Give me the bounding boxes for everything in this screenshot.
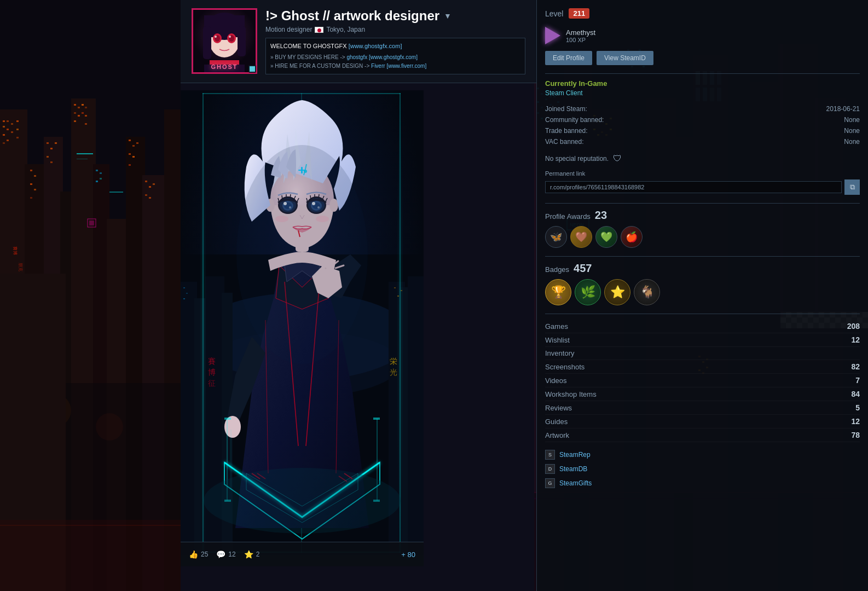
community-ban-value: None [745,114,860,125]
shield-icon: 🛡 [613,154,622,164]
svg-rect-37 [89,221,94,225]
svg-rect-46 [74,112,76,114]
svg-rect-15 [11,123,13,125]
avatar-image [193,10,256,72]
artwork-plus-count[interactable]: + 80 [401,551,415,559]
profile-header: GHOST !> Ghost // artwork designer ▼ Mot… [181,0,536,83]
footer-comments: 💬 12 [216,550,235,559]
svg-rect-174 [183,287,185,288]
games-label: Games [545,322,844,331]
stat-games[interactable]: Games 208 [545,320,860,333]
stat-workshop-items[interactable]: Workshop Items 84 [545,387,860,401]
footer-likes: 👍 25 [189,550,208,559]
copy-permalink-button[interactable]: ⧉ [844,179,860,195]
badge-item-3[interactable]: ⭐ [604,279,630,305]
profile-name-dropdown[interactable]: ▼ [444,11,452,20]
svg-rect-67 [149,197,151,199]
svg-rect-58 [132,145,135,147]
svg-text:賽博: 賽博 [13,246,18,255]
svg-rect-153 [203,26,211,59]
vac-ban-label: VAC banned: [545,136,745,147]
stat-artwork[interactable]: Artwork 78 [545,428,860,442]
wishlist-label: Wishlist [545,336,848,344]
svg-rect-52 [85,123,87,125]
award-item-2[interactable]: 🤎 [570,226,592,248]
award-item-1[interactable]: 🦋 [545,226,567,248]
games-count: 208 [847,322,860,331]
svg-rect-11 [3,120,5,122]
stat-reviews[interactable]: Reviews 5 [545,401,860,415]
stat-wishlist[interactable]: Wishlist 12 [545,333,860,347]
svg-rect-61 [132,156,135,158]
xp-section: Amethyst 100 XP [545,27,860,44]
svg-rect-29 [50,148,53,149]
steamgifts-link[interactable]: G SteamGifts [545,476,860,490]
badge-item-2[interactable]: 🌿 [575,279,601,305]
steamgifts-icon: G [545,478,555,488]
award-item-4[interactable]: 🍎 [621,226,643,248]
svg-rect-26 [34,189,36,190]
stat-inventory[interactable]: Inventory [545,347,860,360]
trade-ban-label: Trade banned: [545,125,745,136]
steamdb-link[interactable]: D SteamDB [545,462,860,476]
stats-joined: Joined Steam: 2018-06-21 [545,103,860,114]
svg-text:栄: 栄 [390,357,397,366]
level-badge: 211 [569,8,589,19]
svg-rect-14 [7,129,9,130]
permalink-section: Permanent link ⧉ [545,170,860,195]
profile-buttons: Edit Profile View SteamID [545,51,860,65]
svg-point-159 [215,36,217,38]
screenshots-count: 82 [851,362,860,371]
badges-header: Badges 457 [545,262,860,275]
svg-rect-23 [30,170,32,171]
svg-rect-19 [11,131,13,133]
stat-screenshots[interactable]: Screenshots 82 [545,360,860,374]
svg-rect-16 [3,134,5,136]
in-game-game[interactable]: Steam Client [545,89,860,97]
svg-rect-43 [74,104,76,106]
stat-guides[interactable]: Guides 12 [545,415,860,428]
view-steamid-button[interactable]: View SteamID [597,51,653,65]
badge-item-4[interactable]: 🐐 [634,279,660,305]
avatar-frame: GHOST [192,8,257,74]
joined-label: Joined Steam: [545,103,745,114]
award-icon: ⭐ [244,550,253,559]
badges-row: 🏆 🌿 ⭐ 🐐 [545,279,860,305]
desc-title: WELCOME TO GHOSTGFX [www.ghostgfx.com] [270,42,520,51]
artwork-showcase: 賽 博 征 栄 光 👍 25 💬 12 ⭐ 2 + 80 [181,90,424,566]
svg-rect-57 [129,140,131,141]
badge-item-1[interactable]: 🏆 [545,279,571,305]
svg-rect-30 [47,156,49,158]
svg-rect-24 [34,175,36,177]
external-links: S SteamRep D SteamDB G SteamGifts [545,448,860,490]
steamrep-link[interactable]: S SteamRep [545,448,860,462]
svg-point-245 [236,145,368,364]
steamdb-icon: D [545,464,555,474]
svg-rect-18 [7,140,9,141]
svg-rect-185 [200,90,206,555]
divider-2 [545,203,860,204]
footer-awards: ⭐ 2 [244,550,260,559]
divider-4 [545,314,860,314]
svg-rect-32 [55,142,57,144]
svg-text:博: 博 [208,368,216,376]
inventory-label: Inventory [545,349,857,357]
award-item-3[interactable]: 💚 [595,226,617,248]
city-background-left: 賽博 朋克 [0,0,181,591]
svg-rect-51 [85,115,87,117]
stats-vac-ban: VAC banned: None [545,136,860,147]
svg-rect-13 [3,126,5,128]
svg-rect-176 [183,298,185,299]
joined-value: 2018-06-21 [745,103,860,114]
svg-text:賽: 賽 [208,357,216,366]
avatar-label: GHOST [193,63,256,70]
stat-videos[interactable]: Videos 7 [545,374,860,387]
svg-rect-55 [96,181,98,182]
svg-rect-33 [77,153,93,154]
edit-profile-button[interactable]: Edit Profile [545,51,592,65]
svg-rect-28 [47,142,49,144]
community-ban-label: Community banned: [545,114,745,125]
comment-icon: 💬 [216,550,225,559]
profile-awards-header: Profile Awards 23 [545,209,860,222]
permalink-input[interactable] [545,181,842,193]
